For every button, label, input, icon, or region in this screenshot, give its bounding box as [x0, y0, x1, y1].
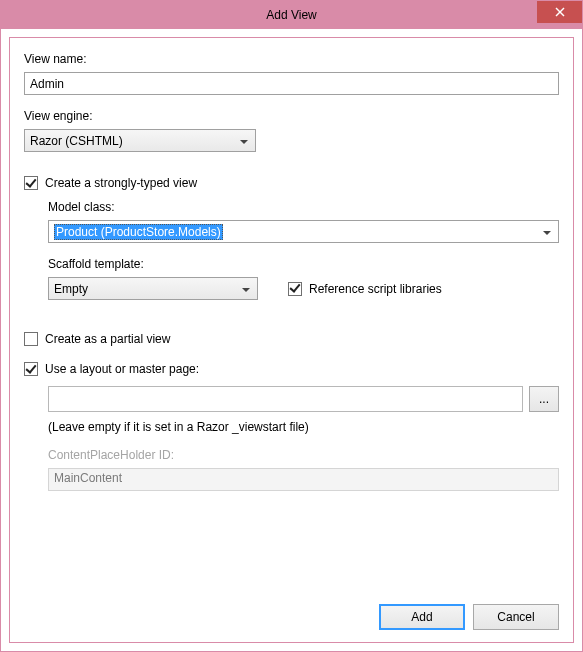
- view-engine-select[interactable]: Razor (CSHTML): [24, 129, 256, 152]
- use-layout-label: Use a layout or master page:: [45, 362, 199, 376]
- content-placeholder-input: MainContent: [48, 468, 559, 491]
- scaffold-template-select[interactable]: Empty: [48, 277, 258, 300]
- close-button[interactable]: [537, 1, 582, 23]
- cancel-button[interactable]: Cancel: [473, 604, 559, 630]
- add-view-dialog: Add View View name: View engine: Razor (…: [0, 0, 583, 652]
- reference-scripts-checkbox[interactable]: [288, 282, 302, 296]
- view-name-input[interactable]: [24, 72, 559, 95]
- layout-path-input[interactable]: [48, 386, 523, 412]
- titlebar: Add View: [1, 1, 582, 29]
- partial-view-checkbox[interactable]: [24, 332, 38, 346]
- add-button-label: Add: [411, 610, 432, 624]
- content-placeholder-label: ContentPlaceHolder ID:: [48, 448, 559, 462]
- strongly-typed-label: Create a strongly-typed view: [45, 176, 197, 190]
- partial-view-label: Create as a partial view: [45, 332, 170, 346]
- model-class-select[interactable]: Product (ProductStore.Models): [48, 220, 559, 243]
- browse-label: ...: [539, 392, 549, 406]
- browse-layout-button[interactable]: ...: [529, 386, 559, 412]
- scaffold-template-label: Scaffold template:: [48, 257, 559, 271]
- model-class-value: Product (ProductStore.Models): [54, 224, 223, 240]
- reference-scripts-label: Reference script libraries: [309, 282, 442, 296]
- view-engine-value: Razor (CSHTML): [30, 134, 123, 148]
- dialog-body: View name: View engine: Razor (CSHTML) C…: [9, 37, 574, 643]
- cancel-button-label: Cancel: [497, 610, 534, 624]
- content-placeholder-value: MainContent: [54, 471, 122, 485]
- use-layout-checkbox[interactable]: [24, 362, 38, 376]
- close-icon: [555, 7, 565, 17]
- strongly-typed-checkbox[interactable]: [24, 176, 38, 190]
- layout-hint: (Leave empty if it is set in a Razor _vi…: [48, 420, 559, 434]
- add-button[interactable]: Add: [379, 604, 465, 630]
- window-title: Add View: [266, 8, 316, 22]
- view-engine-label: View engine:: [24, 109, 559, 123]
- view-name-label: View name:: [24, 52, 559, 66]
- model-class-label: Model class:: [48, 200, 559, 214]
- scaffold-template-value: Empty: [54, 282, 88, 296]
